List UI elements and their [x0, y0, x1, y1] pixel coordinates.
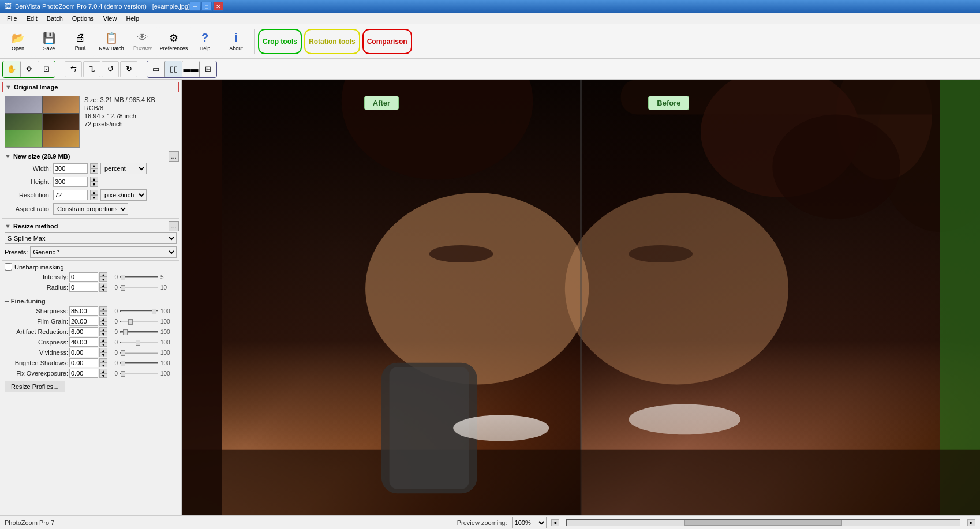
single-view-button[interactable]: ▭ [147, 61, 164, 77]
maximize-button[interactable]: □ [201, 2, 212, 11]
radius-down[interactable]: ▼ [99, 287, 107, 292]
menu-view[interactable]: View [99, 14, 122, 23]
crop-tool-button[interactable]: ⊡ [38, 61, 55, 77]
method-select[interactable]: S-Spline Max [5, 232, 177, 244]
help-button[interactable]: ? Help [190, 27, 219, 57]
save-button[interactable]: 💾 Save [35, 27, 63, 57]
intensity-slider[interactable] [120, 272, 158, 282]
size-unit-select[interactable]: percent [100, 163, 147, 174]
main-area: ▼ Original Image Size: 3.21 MB / 965.4 K… [0, 80, 980, 515]
width-down[interactable]: ▼ [90, 168, 98, 174]
vividness-up[interactable]: ▲ [99, 348, 107, 352]
scroll-left-button[interactable]: ◄ [551, 519, 559, 526]
vividness-input[interactable] [69, 348, 98, 357]
fix-overexposure-slider[interactable] [120, 369, 158, 378]
presets-select[interactable]: Generic * [30, 246, 177, 258]
preview-button[interactable]: 👁 Preview [128, 27, 157, 57]
crop-tools-button[interactable]: Crop tools [258, 29, 302, 54]
new-size-header-row: ▼ New size (28.9 MB) … [2, 151, 179, 162]
vividness-handle[interactable] [121, 350, 125, 356]
artifact-handle[interactable] [123, 329, 128, 335]
height-input[interactable] [53, 177, 88, 187]
new-batch-button[interactable]: 📋 New Batch [97, 27, 126, 57]
more-button[interactable]: … [169, 151, 179, 162]
preferences-button[interactable]: ⚙ Preferences [159, 27, 188, 57]
rotation-tools-button[interactable]: Rotation tools [304, 29, 360, 54]
move-tool-button[interactable]: ✥ [20, 61, 38, 77]
artifact-slider[interactable] [120, 327, 158, 336]
rotate-cw-button[interactable]: ↻ [120, 61, 137, 77]
hand-tool-button[interactable]: ✋ [3, 61, 20, 77]
menu-options[interactable]: Options [68, 14, 99, 23]
sharpness-input[interactable] [69, 306, 98, 316]
resize-profiles-button[interactable]: Resize Profiles... [5, 381, 65, 392]
brighten-down[interactable]: ▼ [99, 363, 107, 367]
artifact-input[interactable] [69, 327, 98, 336]
fix-overexposure-up[interactable]: ▲ [99, 369, 107, 373]
crispness-up[interactable]: ▲ [99, 337, 107, 342]
vividness-down[interactable]: ▼ [99, 352, 107, 357]
brighten-up[interactable]: ▲ [99, 358, 107, 363]
width-up[interactable]: ▲ [90, 163, 98, 168]
flip-vertical-button[interactable]: ⇅ [83, 61, 100, 77]
split-horizontal-button[interactable]: ▬▬ [182, 61, 199, 77]
width-input[interactable] [53, 163, 88, 174]
sharpness-down[interactable]: ▼ [99, 311, 107, 316]
intensity-down[interactable]: ▼ [99, 277, 107, 282]
sharpness-slider[interactable] [120, 306, 158, 316]
height-up[interactable]: ▲ [90, 177, 98, 182]
film-grain-slider[interactable] [120, 317, 158, 326]
resolution-up[interactable]: ▲ [90, 190, 98, 195]
film-grain-down[interactable]: ▼ [99, 321, 107, 326]
rotate-ccw-button[interactable]: ↺ [102, 61, 119, 77]
scroll-area[interactable] [566, 519, 960, 526]
unsharp-checkbox[interactable] [5, 263, 12, 271]
resolution-input[interactable] [53, 190, 88, 200]
crispness-handle[interactable] [136, 340, 140, 346]
intensity-handle[interactable] [121, 275, 125, 280]
radius-up[interactable]: ▲ [99, 283, 107, 287]
menu-edit[interactable]: Edit [22, 14, 42, 23]
open-button[interactable]: 📂 Open [3, 27, 32, 57]
film-grain-input[interactable] [69, 317, 98, 326]
flip-horizontal-button[interactable]: ⇆ [65, 61, 82, 77]
radius-handle[interactable] [121, 285, 125, 291]
quad-view-button[interactable]: ⊞ [199, 61, 216, 77]
intensity-up[interactable]: ▲ [99, 272, 107, 277]
crispness-slider[interactable] [120, 337, 158, 347]
film-grain-up[interactable]: ▲ [99, 317, 107, 321]
menu-file[interactable]: File [2, 14, 22, 23]
resolution-down[interactable]: ▼ [90, 195, 98, 200]
crispness-input[interactable] [69, 337, 98, 347]
split-vertical-button[interactable]: ▯▯ [164, 61, 182, 77]
fix-overexposure-input[interactable] [69, 369, 98, 378]
brighten-handle[interactable] [121, 361, 125, 366]
radius-input[interactable] [69, 283, 98, 292]
artifact-down[interactable]: ▼ [99, 332, 107, 336]
fix-overexposure-down[interactable]: ▼ [99, 373, 107, 378]
resolution-unit-select[interactable]: pixels/inch [100, 189, 147, 201]
about-button[interactable]: i About [222, 27, 250, 57]
print-button[interactable]: 🖨 Print [66, 27, 95, 57]
brighten-input[interactable] [69, 358, 98, 367]
aspect-ratio-select[interactable]: Constrain proportions [53, 203, 128, 215]
close-button[interactable]: ✕ [213, 2, 223, 11]
more-btn-2[interactable]: … [169, 221, 179, 231]
vividness-slider[interactable] [120, 348, 158, 357]
brighten-slider[interactable] [120, 358, 158, 367]
zoom-select[interactable]: 100% [512, 517, 547, 528]
sharpness-handle[interactable] [152, 309, 156, 314]
crispness-down[interactable]: ▼ [99, 342, 107, 347]
minimize-button[interactable]: ─ [190, 2, 200, 11]
film-grain-handle[interactable] [128, 319, 133, 325]
fix-overexposure-handle[interactable] [121, 371, 125, 377]
artifact-up[interactable]: ▲ [99, 327, 107, 332]
menu-batch[interactable]: Batch [42, 14, 68, 23]
radius-slider[interactable] [120, 283, 158, 292]
sharpness-up[interactable]: ▲ [99, 306, 107, 311]
comparison-button[interactable]: Comparison [362, 29, 412, 54]
intensity-input[interactable] [69, 272, 98, 282]
menu-help[interactable]: Help [121, 14, 144, 23]
height-down[interactable]: ▼ [90, 182, 98, 187]
scroll-right-button[interactable]: ► [967, 519, 975, 526]
